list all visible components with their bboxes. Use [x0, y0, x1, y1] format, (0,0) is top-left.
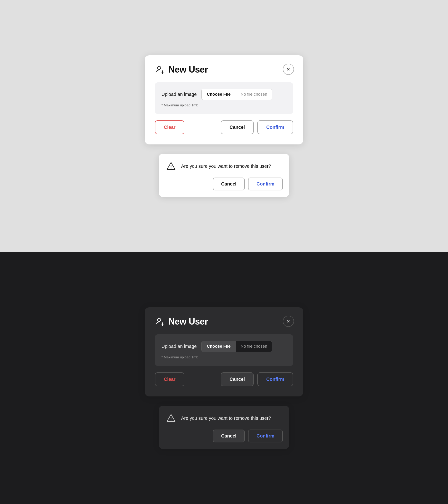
file-input-group-dark: Choose File No file chosen	[201, 341, 272, 352]
confirm-dialog-message-light: Are you sure you want to remove this use…	[181, 163, 271, 169]
clear-button-light[interactable]: Clear	[155, 120, 184, 134]
svg-point-4	[171, 168, 172, 168]
dialog-confirm-button-light[interactable]: Confirm	[248, 178, 283, 190]
dark-section: New User × Upload an image Choose File N…	[0, 252, 448, 504]
new-user-modal-dark: New User × Upload an image Choose File N…	[145, 307, 303, 396]
confirm-dialog-dark: Are you sure you want to remove this use…	[159, 406, 289, 449]
upload-label-dark: Upload an image	[161, 344, 197, 349]
choose-file-button-dark[interactable]: Choose File	[202, 341, 236, 352]
svg-point-0	[158, 66, 161, 70]
upload-row-light: Upload an image Choose File No file chos…	[161, 89, 287, 100]
confirm-dialog-light: Are you sure you want to remove this use…	[159, 154, 289, 197]
confirm-button-modal-dark[interactable]: Confirm	[257, 372, 293, 386]
modal-button-row-light: Clear Cancel Confirm	[155, 120, 293, 134]
svg-point-9	[171, 420, 172, 420]
modal-header-dark: New User	[155, 317, 293, 327]
upload-note-light: * Maximum upload 1mb	[161, 103, 198, 107]
close-button-light[interactable]: ×	[283, 64, 294, 75]
close-button-dark[interactable]: ×	[283, 316, 294, 327]
warning-icon-light	[166, 161, 176, 171]
warning-icon-dark	[166, 413, 176, 423]
dialog-cancel-button-light[interactable]: Cancel	[213, 178, 245, 190]
upload-section-dark: Upload an image Choose File No file chos…	[155, 334, 293, 366]
clear-button-dark[interactable]: Clear	[155, 372, 184, 386]
confirm-dialog-body-light: Are you sure you want to remove this use…	[159, 154, 289, 178]
choose-file-button-light[interactable]: Choose File	[202, 89, 236, 100]
modal-title-light: New User	[168, 65, 208, 75]
light-section: New User × Upload an image Choose File N…	[0, 0, 448, 252]
dialog-cancel-button-dark[interactable]: Cancel	[213, 430, 245, 442]
confirm-dialog-message-dark: Are you sure you want to remove this use…	[181, 415, 271, 421]
modal-title-dark: New User	[168, 317, 208, 327]
modal-button-row-dark: Clear Cancel Confirm	[155, 372, 293, 386]
user-add-icon-dark	[155, 317, 165, 327]
svg-point-5	[158, 318, 161, 322]
confirm-button-modal-light[interactable]: Confirm	[257, 120, 293, 134]
confirm-dialog-footer-dark: Cancel Confirm	[159, 430, 289, 449]
confirm-dialog-body-dark: Are you sure you want to remove this use…	[159, 406, 289, 430]
upload-row-dark: Upload an image Choose File No file chos…	[161, 341, 287, 352]
cancel-button-modal-dark[interactable]: Cancel	[221, 372, 254, 386]
upload-note-dark: * Maximum upload 1mb	[161, 355, 198, 359]
cancel-button-modal-light[interactable]: Cancel	[221, 120, 254, 134]
new-user-modal-light: New User × Upload an image Choose File N…	[145, 55, 303, 144]
no-file-text-dark: No file chosen	[236, 341, 272, 352]
user-add-icon-light	[155, 65, 165, 75]
modal-header-light: New User	[155, 65, 293, 75]
confirm-dialog-footer-light: Cancel Confirm	[159, 178, 289, 197]
no-file-text-light: No file chosen	[236, 89, 272, 100]
upload-section-light: Upload an image Choose File No file chos…	[155, 82, 293, 114]
dialog-confirm-button-dark[interactable]: Confirm	[248, 430, 283, 442]
upload-label-light: Upload an image	[161, 92, 197, 97]
file-input-group-light: Choose File No file chosen	[201, 89, 272, 100]
